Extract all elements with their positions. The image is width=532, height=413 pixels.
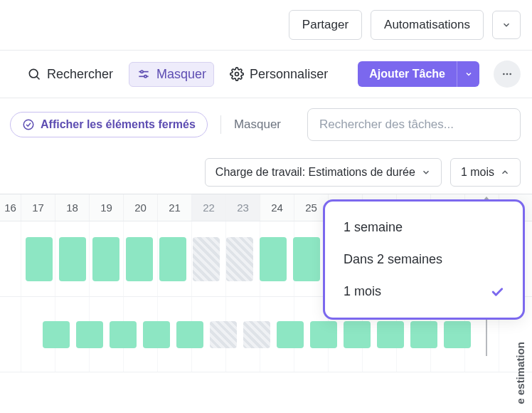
share-button[interactable]: Partager — [289, 10, 362, 40]
sliders-icon — [137, 67, 151, 81]
day-cell[interactable]: 20 — [124, 194, 158, 221]
search-icon — [27, 67, 41, 81]
search-tasks-input[interactable] — [307, 108, 521, 141]
workload-block[interactable] — [293, 237, 320, 281]
svg-point-4 — [141, 70, 143, 73]
svg-point-6 — [235, 73, 239, 76]
side-label: e estimation — [514, 342, 526, 404]
search-tool[interactable]: Rechercher — [20, 63, 120, 86]
day-cell[interactable]: 17 — [21, 194, 55, 221]
workload-block[interactable] — [59, 237, 86, 281]
hide-filter[interactable]: Masquer — [234, 117, 281, 132]
workload-block[interactable] — [110, 321, 137, 348]
range-option-label: Dans 2 semaines — [344, 252, 442, 267]
svg-point-5 — [144, 75, 147, 78]
range-option[interactable]: Dans 2 semaines — [325, 244, 523, 276]
workload-block[interactable] — [226, 237, 253, 281]
chevron-down-icon — [421, 167, 431, 177]
workload-selector[interactable]: Charge de travail: Estimations de durée — [205, 158, 442, 187]
more-button[interactable] — [494, 61, 521, 88]
range-option[interactable]: 1 mois — [325, 276, 523, 308]
divider — [220, 115, 221, 134]
workload-block[interactable] — [43, 321, 70, 348]
svg-line-1 — [37, 77, 40, 80]
workload-block[interactable] — [159, 237, 186, 281]
show-closed-label: Afficher les éléments fermés — [41, 118, 196, 131]
gear-icon — [230, 67, 244, 81]
workload-block[interactable] — [126, 237, 153, 281]
hide-label: Masquer — [156, 67, 206, 82]
customize-tool[interactable]: Personnaliser — [223, 63, 335, 86]
more-horizontal-icon — [501, 68, 513, 80]
automations-button[interactable]: Automatisations — [371, 10, 484, 40]
workload-block[interactable] — [193, 237, 220, 281]
range-option[interactable]: 1 semaine — [325, 211, 523, 244]
range-option-label: 1 mois — [344, 284, 381, 299]
workload-block[interactable] — [76, 321, 103, 348]
day-cell[interactable]: 24 — [260, 194, 294, 221]
workload-block[interactable] — [277, 321, 304, 348]
customize-label: Personnaliser — [250, 67, 328, 82]
day-cell[interactable]: 23 — [226, 194, 260, 221]
workload-block[interactable] — [377, 321, 404, 348]
workload-block[interactable] — [260, 237, 287, 281]
add-task-button[interactable]: Ajouter Tâche — [358, 61, 457, 87]
day-cell[interactable]: 18 — [55, 194, 90, 221]
search-label: Rechercher — [47, 67, 113, 82]
range-selector[interactable]: 1 mois — [450, 158, 521, 187]
hide-tool[interactable]: Masquer — [129, 62, 214, 87]
workload-block[interactable] — [92, 237, 119, 281]
workload-block[interactable] — [344, 321, 371, 348]
add-task-dropdown[interactable] — [457, 61, 479, 87]
day-cell[interactable]: 21 — [158, 194, 192, 221]
workload-block[interactable] — [310, 321, 337, 348]
day-cell[interactable]: 16 — [0, 194, 21, 221]
svg-point-0 — [29, 69, 38, 78]
workload-block[interactable] — [143, 321, 170, 348]
check-circle-icon — [22, 118, 35, 131]
check-icon — [490, 285, 504, 299]
show-closed-pill[interactable]: Afficher les éléments fermés — [10, 112, 208, 137]
automations-dropdown[interactable] — [492, 11, 521, 39]
workload-block[interactable] — [243, 321, 270, 348]
svg-point-7 — [503, 73, 505, 75]
chevron-up-icon — [500, 167, 510, 177]
workload-block[interactable] — [444, 321, 471, 348]
workload-block[interactable] — [26, 237, 53, 281]
chevron-down-icon — [501, 20, 511, 30]
workload-block[interactable] — [176, 321, 203, 348]
workload-block[interactable] — [410, 321, 437, 348]
svg-point-8 — [506, 73, 509, 75]
range-dropdown: 1 semaineDans 2 semaines1 mois — [323, 199, 525, 320]
svg-point-9 — [509, 73, 511, 75]
svg-point-10 — [23, 120, 33, 130]
day-cell[interactable]: 19 — [90, 194, 124, 221]
chevron-down-icon — [464, 70, 473, 78]
workload-label: Charge de travail: Estimations de durée — [216, 166, 415, 179]
range-label: 1 mois — [461, 166, 494, 179]
day-cell[interactable]: 22 — [192, 194, 226, 221]
range-option-label: 1 semaine — [344, 220, 403, 235]
workload-block[interactable] — [210, 321, 237, 348]
